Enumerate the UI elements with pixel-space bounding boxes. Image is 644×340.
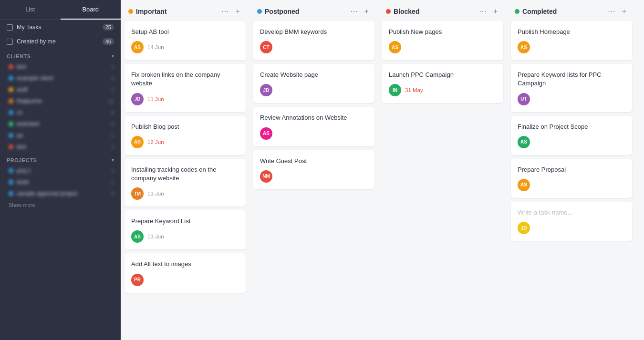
blocked-dot bbox=[386, 9, 391, 14]
important-add-button[interactable]: + bbox=[234, 7, 242, 16]
avatar: PR bbox=[131, 274, 144, 286]
avatar: IN bbox=[389, 84, 401, 96]
clients-label: Clients bbox=[7, 53, 31, 59]
avatar: JD bbox=[518, 222, 530, 234]
avatar: AS bbox=[260, 127, 272, 140]
card-date: 13 Jun bbox=[147, 234, 164, 239]
postponed-dot bbox=[257, 9, 262, 14]
card-review-annotations[interactable]: Review Annotations on Website AS bbox=[253, 107, 374, 146]
important-dot bbox=[128, 9, 133, 14]
postponed-more-button[interactable]: ⋯ bbox=[348, 7, 360, 16]
card-title: Prepare Proposal bbox=[518, 165, 625, 174]
card-title: Fix broken links on the company website bbox=[131, 71, 239, 88]
card-date: 11 Jun bbox=[147, 96, 164, 102]
clients-section-header[interactable]: Clients ▾ bbox=[0, 49, 121, 61]
card-title: Review Annotations on Website bbox=[260, 113, 368, 122]
card-prepare-keyword-list[interactable]: Prepare Keyword List AS 13 Jun bbox=[125, 210, 246, 249]
card-publish-blog[interactable]: Publish Blog post AS 12 Jun bbox=[125, 116, 246, 155]
card-prepare-keyword-lists-ppc[interactable]: Prepare Keyword lists for PPC Campaign U… bbox=[511, 64, 632, 112]
completed-title: Completed bbox=[522, 8, 603, 15]
created-by-me-label: Created by me bbox=[17, 38, 56, 45]
avatar: AS bbox=[518, 41, 530, 53]
client-item-testclient[interactable]: testclient 5 bbox=[0, 118, 121, 130]
client-item-example-client[interactable]: example client 3 bbox=[0, 72, 121, 84]
card-date: 13 Jun bbox=[147, 191, 164, 196]
card-installing-tracking[interactable]: Installing tracking codes on the company… bbox=[125, 159, 246, 206]
show-more-projects[interactable]: Show more bbox=[0, 199, 121, 211]
avatar: AS bbox=[131, 230, 144, 243]
column-header-blocked: Blocked ⋯ + bbox=[382, 0, 503, 21]
card-title: Publish Blog post bbox=[131, 123, 239, 131]
card-write-guest[interactable]: Write Guest Post NM bbox=[253, 150, 374, 189]
column-header-postponed: Postponed ⋯ + bbox=[253, 0, 374, 21]
blocked-title: Blocked bbox=[394, 8, 474, 15]
card-title: Prepare Keyword lists for PPC Campaign bbox=[518, 71, 625, 88]
card-title: Launch PPC Campaign bbox=[389, 71, 497, 79]
card-title: Write Guest Post bbox=[260, 157, 368, 165]
client-item-test[interactable]: test 1 bbox=[0, 61, 121, 72]
avatar: UT bbox=[518, 93, 530, 105]
client-item-test2[interactable]: test 1 bbox=[0, 141, 121, 153]
completed-more-button[interactable]: ⋯ bbox=[606, 7, 617, 16]
client-item-asdf[interactable]: asdf 1 bbox=[0, 84, 121, 95]
projects-section-header[interactable]: Projects ▾ bbox=[0, 153, 121, 165]
board-columns: Important ⋯ + Setup AB tool AS 14 Jun Fi… bbox=[121, 0, 644, 340]
card-date: 14 Jun bbox=[147, 44, 164, 50]
checkbox-created-by-me bbox=[7, 39, 13, 45]
card-title: Setup AB tool bbox=[131, 28, 239, 36]
card-write-task-name[interactable]: Write a task name... JD bbox=[511, 202, 632, 241]
important-title: Important bbox=[136, 8, 217, 15]
card-title: Prepare Keyword List bbox=[131, 217, 239, 226]
card-title: Installing tracking codes on the company… bbox=[131, 165, 239, 183]
project-item-testit[interactable]: testit 1 bbox=[0, 176, 121, 188]
tab-board[interactable]: Board bbox=[61, 0, 121, 20]
projects-label: Projects bbox=[7, 157, 37, 163]
avatar: AS bbox=[518, 179, 530, 191]
card-fix-broken[interactable]: Fix broken links on the company website … bbox=[125, 64, 246, 112]
column-header-important: Important ⋯ + bbox=[125, 0, 246, 21]
avatar: AS bbox=[131, 136, 144, 148]
postponed-add-button[interactable]: + bbox=[363, 7, 371, 16]
created-by-me-count: 46 bbox=[103, 38, 114, 45]
sidebar-item-my-tasks[interactable]: My Tasks 25 bbox=[0, 20, 121, 34]
column-header-completed: Completed ⋯ + bbox=[511, 0, 632, 21]
card-finalize-project-scope[interactable]: Finalize on Project Scope AS bbox=[511, 116, 632, 155]
important-more-button[interactable]: ⋯ bbox=[219, 7, 231, 16]
sidebar-item-created-by-me[interactable]: Created by me 46 bbox=[0, 34, 121, 49]
avatar: CT bbox=[260, 41, 272, 53]
avatar: AS bbox=[518, 136, 530, 148]
my-tasks-label: My Tasks bbox=[17, 24, 42, 31]
project-item-sample-approval[interactable]: sample approval project 2 bbox=[0, 188, 121, 199]
column-postponed: Postponed ⋯ + Develop BMM keywords CT Cr… bbox=[249, 0, 378, 340]
card-publish-new-pages[interactable]: Publish New pages AS bbox=[382, 21, 503, 60]
card-setup-ab[interactable]: Setup AB tool AS 14 Jun bbox=[125, 21, 246, 60]
blocked-more-button[interactable]: ⋯ bbox=[477, 7, 488, 16]
card-develop-bmm[interactable]: Develop BMM keywords CT bbox=[253, 21, 374, 60]
column-blocked: Blocked ⋯ + Publish New pages AS Launch … bbox=[378, 0, 507, 340]
column-completed: Completed ⋯ + Publish Homepage AS Prepar… bbox=[507, 0, 636, 340]
checkbox-my-tasks bbox=[7, 24, 13, 31]
project-item-proj1[interactable]: proj 1 1 bbox=[0, 165, 121, 176]
card-title: Publish New pages bbox=[389, 28, 497, 36]
my-tasks-count: 25 bbox=[103, 24, 114, 31]
card-add-alt-text[interactable]: Add Alt text to images PR bbox=[125, 253, 246, 292]
avatar: TM bbox=[131, 187, 144, 200]
avatar: AS bbox=[389, 41, 401, 53]
card-title-placeholder: Write a task name... bbox=[518, 208, 625, 217]
client-item-ao[interactable]: ao 1 bbox=[0, 130, 121, 141]
completed-add-button[interactable]: + bbox=[620, 7, 628, 16]
avatar: JD bbox=[260, 84, 272, 96]
card-publish-homepage[interactable]: Publish Homepage AS bbox=[511, 21, 632, 60]
client-item-cs[interactable]: cs 3 bbox=[0, 107, 121, 118]
tab-list[interactable]: List bbox=[0, 0, 61, 20]
client-item-thatpuche[interactable]: thatpuche 11 bbox=[0, 95, 121, 107]
blocked-add-button[interactable]: + bbox=[491, 7, 499, 16]
card-title: Finalize on Project Scope bbox=[518, 123, 625, 131]
postponed-title: Postponed bbox=[265, 8, 345, 15]
avatar: JD bbox=[131, 93, 144, 105]
card-launch-ppc[interactable]: Launch PPC Campaign IN 31 May bbox=[382, 64, 503, 103]
card-prepare-proposal[interactable]: Prepare Proposal AS bbox=[511, 159, 632, 198]
card-date: 12 Jun bbox=[147, 139, 164, 145]
avatar: AS bbox=[131, 41, 144, 53]
card-create-website[interactable]: Create Website page JD bbox=[253, 64, 374, 103]
